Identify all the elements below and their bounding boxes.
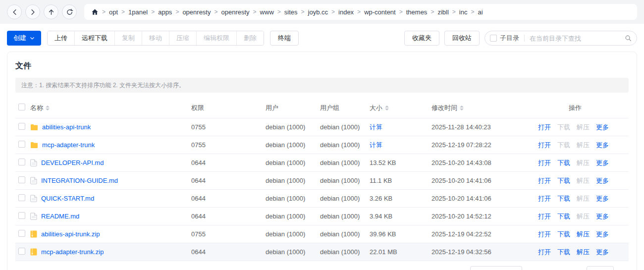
more-action[interactable]: 更多 <box>596 159 609 167</box>
file-name-link[interactable]: mcp-adapter-trunk <box>42 141 95 149</box>
download-action[interactable]: 下载 <box>557 248 570 257</box>
unzip-action[interactable]: 解压 <box>577 248 590 257</box>
file-icon <box>30 159 37 166</box>
more-action[interactable]: 更多 <box>596 248 609 257</box>
breadcrumb-item[interactable]: www <box>260 8 274 16</box>
column-label-name: 名称 <box>30 104 43 112</box>
breadcrumb-item[interactable]: themes <box>406 8 428 16</box>
row-checkbox[interactable] <box>18 176 25 183</box>
size-calculate-link[interactable]: 计算 <box>370 141 382 149</box>
more-action[interactable]: 更多 <box>596 141 609 150</box>
refresh-icon <box>66 8 73 16</box>
file-name-link[interactable]: README.md <box>41 213 79 220</box>
download-action[interactable]: 下载 <box>557 230 570 239</box>
file-name-link[interactable]: mcp-adapter-trunk.zip <box>41 248 104 256</box>
file-list-card: 文件 注意：1. 搜索结果不支持排序功能 2. 文件夹无法按大小排序。 名称 权… <box>7 52 637 270</box>
column-header-modified[interactable]: 修改时间 <box>431 104 538 112</box>
more-action[interactable]: 更多 <box>596 176 609 185</box>
arrow-right-icon <box>29 8 37 16</box>
breadcrumb-item[interactable]: joyb.cc <box>308 8 328 16</box>
breadcrumb-item[interactable]: opt <box>109 8 118 16</box>
column-header-name[interactable]: 名称 <box>30 104 191 112</box>
breadcrumb-item[interactable]: 1panel <box>128 8 148 16</box>
unzip-action[interactable]: 解压 <box>577 230 590 239</box>
unzip-action: 解压 <box>577 212 590 221</box>
user-value: debian (1000) <box>266 159 320 166</box>
row-checkbox[interactable] <box>18 248 25 255</box>
breadcrumb-item[interactable]: sites <box>284 8 298 16</box>
download-action[interactable]: 下载 <box>557 176 570 185</box>
open-action[interactable]: 打开 <box>538 230 551 239</box>
select-all-checkbox[interactable] <box>18 104 25 110</box>
subdirectory-checkbox[interactable] <box>490 35 497 42</box>
more-action[interactable]: 更多 <box>596 230 609 239</box>
breadcrumb-item[interactable]: inc <box>459 8 468 16</box>
row-checkbox[interactable] <box>18 141 25 148</box>
open-action[interactable]: 打开 <box>538 123 551 132</box>
open-action[interactable]: 打开 <box>538 194 551 203</box>
open-action[interactable]: 打开 <box>538 159 551 167</box>
open-action[interactable]: 打开 <box>538 248 551 257</box>
download-action[interactable]: 下载 <box>557 159 570 167</box>
page-jump-input[interactable] <box>587 266 614 270</box>
file-table: 名称 权限 用户 用户组 大小 修改时间 操作 abilities-api-tr… <box>15 98 629 261</box>
file-name-link[interactable]: DEVELOPER-API.md <box>41 159 104 166</box>
open-action[interactable]: 打开 <box>538 176 551 185</box>
file-toolbar: 创建 上传远程下载复制移动压缩编辑权限删除 终端 收藏夹 回收站 子目录 <box>0 24 644 52</box>
table-row: README.md 0644 debian (1000) debian (100… <box>15 208 629 225</box>
size-calculate-link[interactable]: 计算 <box>370 123 382 131</box>
terminal-button[interactable]: 终端 <box>270 31 299 46</box>
breadcrumb-separator: > <box>151 8 155 15</box>
download-action[interactable]: 下载 <box>557 212 570 221</box>
permission-value: 0755 <box>191 230 266 238</box>
more-action[interactable]: 更多 <box>596 123 609 132</box>
file-name-link[interactable]: abilities-api-trunk <box>42 123 91 131</box>
open-action[interactable]: 打开 <box>538 212 551 221</box>
modified-time: 2025-10-20 14:41:06 <box>431 195 538 202</box>
file-name-link[interactable]: abilities-api-trunk.zip <box>41 230 100 238</box>
file-name-link[interactable]: QUICK-START.md <box>41 195 94 202</box>
search-input[interactable] <box>530 35 625 42</box>
file-name-link[interactable]: INTEGRATION-GUIDE.md <box>41 177 118 184</box>
download-action[interactable]: 下载 <box>557 194 570 203</box>
remote-download-button[interactable]: 远程下载 <box>74 31 114 45</box>
group-value: debian (1000) <box>320 159 370 166</box>
search-icon[interactable] <box>625 35 632 42</box>
row-checkbox[interactable] <box>18 212 25 219</box>
favorites-button[interactable]: 收藏夹 <box>404 31 439 46</box>
row-checkbox[interactable] <box>18 159 25 165</box>
row-checkbox[interactable] <box>18 123 25 130</box>
toolbar-right: 收藏夹 回收站 子目录 <box>404 31 637 46</box>
breadcrumb-item[interactable]: openresty <box>221 8 250 16</box>
breadcrumb-item[interactable]: openresty <box>182 8 211 16</box>
refresh-button[interactable] <box>62 4 77 19</box>
recycle-bin-button[interactable]: 回收站 <box>444 31 480 46</box>
row-checkbox[interactable] <box>18 230 25 237</box>
up-directory-button[interactable] <box>44 4 58 19</box>
create-button[interactable]: 创建 <box>7 31 41 46</box>
upload-button[interactable]: 上传 <box>48 31 74 45</box>
breadcrumb-item[interactable]: zibll <box>437 8 448 16</box>
back-button[interactable] <box>7 4 22 19</box>
user-value: debian (1000) <box>266 230 320 238</box>
row-actions: 打开 下载 解压 更多 <box>538 123 629 132</box>
modified-time: 2025-11-28 14:40:23 <box>431 123 538 131</box>
row-checkbox[interactable] <box>18 194 25 201</box>
home-icon[interactable] <box>91 8 99 16</box>
table-row: mcp-adapter-trunk.zip 0644 debian (1000)… <box>15 243 629 261</box>
breadcrumb-item[interactable]: index <box>338 8 354 16</box>
open-action[interactable]: 打开 <box>538 141 551 150</box>
breadcrumb-item[interactable]: apps <box>158 8 172 16</box>
more-action[interactable]: 更多 <box>596 194 609 203</box>
breadcrumb-item[interactable]: wp-content <box>364 8 396 16</box>
search-bar: 子目录 <box>484 31 637 46</box>
unzip-action: 解压 <box>577 141 590 150</box>
forward-button[interactable] <box>25 4 40 19</box>
page-size-select[interactable] <box>470 266 522 270</box>
permission-value: 0755 <box>191 141 266 149</box>
column-header-size[interactable]: 大小 <box>370 104 431 112</box>
more-action[interactable]: 更多 <box>596 212 609 221</box>
breadcrumb-item[interactable]: ai <box>478 8 483 16</box>
table-row: QUICK-START.md 0644 debian (1000) debian… <box>15 190 629 208</box>
column-label-modified: 修改时间 <box>431 104 457 112</box>
